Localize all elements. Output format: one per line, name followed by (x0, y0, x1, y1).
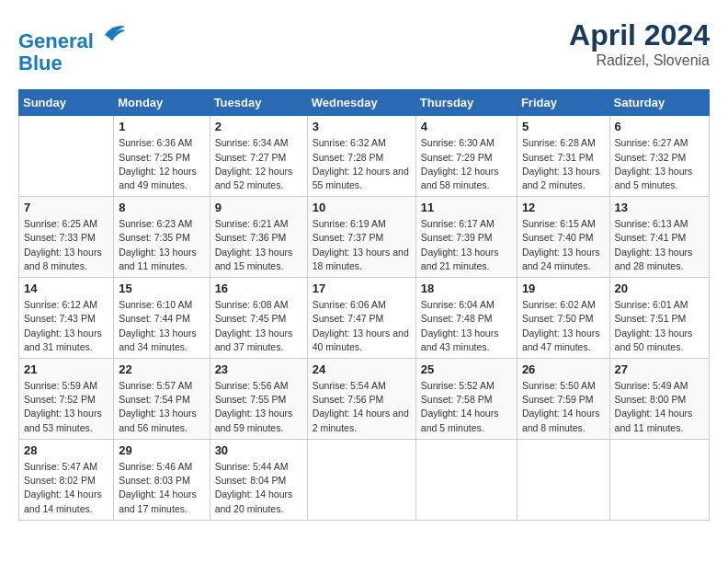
day-info: Sunrise: 6:15 AMSunset: 7:40 PMDaylight:… (522, 217, 605, 273)
calendar-week-row: 21Sunrise: 5:59 AMSunset: 7:52 PMDayligh… (19, 359, 710, 440)
location: Radizel, Slovenia (569, 52, 710, 69)
calendar-cell: 15Sunrise: 6:10 AMSunset: 7:44 PMDayligh… (114, 278, 210, 359)
day-number: 22 (119, 362, 204, 376)
calendar-cell: 16Sunrise: 6:08 AMSunset: 7:45 PMDayligh… (210, 278, 307, 359)
calendar-cell: 27Sunrise: 5:49 AMSunset: 8:00 PMDayligh… (609, 359, 709, 440)
calendar-table: SundayMondayTuesdayWednesdayThursdayFrid… (18, 89, 710, 520)
calendar-header-row: SundayMondayTuesdayWednesdayThursdayFrid… (19, 90, 710, 116)
weekday-header: Sunday (19, 90, 114, 116)
calendar-cell (415, 439, 517, 520)
logo-line1: General (18, 18, 127, 52)
day-info: Sunrise: 6:19 AMSunset: 7:37 PMDaylight:… (313, 217, 411, 273)
month-title: April 2024 (569, 18, 710, 52)
logo: General Blue (18, 18, 127, 75)
day-info: Sunrise: 6:13 AMSunset: 7:41 PMDaylight:… (615, 217, 704, 273)
day-info: Sunrise: 5:47 AMSunset: 8:02 PMDaylight:… (24, 460, 108, 516)
day-info: Sunrise: 5:50 AMSunset: 7:59 PMDaylight:… (522, 379, 605, 435)
day-info: Sunrise: 6:25 AMSunset: 7:33 PMDaylight:… (24, 217, 108, 273)
day-number: 5 (522, 120, 605, 133)
day-info: Sunrise: 6:32 AMSunset: 7:28 PMDaylight:… (313, 136, 411, 192)
day-info: Sunrise: 5:46 AMSunset: 8:03 PMDaylight:… (119, 460, 204, 516)
day-number: 12 (522, 201, 605, 214)
day-number: 4 (421, 120, 512, 133)
calendar-cell: 25Sunrise: 5:52 AMSunset: 7:58 PMDayligh… (415, 359, 517, 440)
day-number: 14 (24, 282, 108, 295)
calendar-cell (307, 439, 415, 520)
day-number: 7 (24, 201, 108, 214)
calendar-cell: 9Sunrise: 6:21 AMSunset: 7:36 PMDaylight… (210, 197, 307, 278)
day-number: 25 (421, 362, 512, 376)
calendar-cell: 20Sunrise: 6:01 AMSunset: 7:51 PMDayligh… (609, 278, 709, 359)
day-number: 24 (313, 362, 411, 376)
day-info: Sunrise: 6:02 AMSunset: 7:50 PMDaylight:… (522, 298, 605, 354)
calendar-cell: 23Sunrise: 5:56 AMSunset: 7:55 PMDayligh… (210, 359, 307, 440)
day-info: Sunrise: 6:30 AMSunset: 7:29 PMDaylight:… (421, 136, 512, 192)
title-block: April 2024 Radizel, Slovenia (569, 18, 710, 69)
page-header: General Blue April 2024 Radizel, Sloveni… (18, 18, 710, 75)
calendar-cell: 1Sunrise: 6:36 AMSunset: 7:25 PMDaylight… (114, 116, 210, 197)
calendar-week-row: 1Sunrise: 6:36 AMSunset: 7:25 PMDaylight… (19, 116, 710, 197)
calendar-cell: 8Sunrise: 6:23 AMSunset: 7:35 PMDaylight… (114, 197, 210, 278)
day-number: 16 (215, 282, 302, 295)
calendar-cell: 18Sunrise: 6:04 AMSunset: 7:48 PMDayligh… (415, 278, 517, 359)
calendar-cell: 22Sunrise: 5:57 AMSunset: 7:54 PMDayligh… (114, 359, 210, 440)
day-number: 23 (215, 362, 302, 376)
calendar-cell: 30Sunrise: 5:44 AMSunset: 8:04 PMDayligh… (210, 439, 307, 520)
day-info: Sunrise: 5:54 AMSunset: 7:56 PMDaylight:… (313, 379, 411, 435)
day-number: 18 (421, 282, 512, 295)
day-info: Sunrise: 6:28 AMSunset: 7:31 PMDaylight:… (522, 136, 605, 192)
day-number: 19 (522, 282, 605, 295)
calendar-cell: 17Sunrise: 6:06 AMSunset: 7:47 PMDayligh… (307, 278, 415, 359)
day-number: 26 (522, 362, 605, 376)
day-number: 29 (119, 443, 204, 457)
calendar-cell: 21Sunrise: 5:59 AMSunset: 7:52 PMDayligh… (19, 359, 114, 440)
calendar-cell: 10Sunrise: 6:19 AMSunset: 7:37 PMDayligh… (307, 197, 415, 278)
calendar-cell: 3Sunrise: 6:32 AMSunset: 7:28 PMDaylight… (307, 116, 415, 197)
day-info: Sunrise: 6:01 AMSunset: 7:51 PMDaylight:… (615, 298, 704, 354)
day-number: 3 (313, 120, 411, 133)
weekday-header: Tuesday (210, 90, 307, 116)
day-info: Sunrise: 5:44 AMSunset: 8:04 PMDaylight:… (215, 460, 302, 516)
calendar-cell (19, 116, 114, 197)
calendar-week-row: 7Sunrise: 6:25 AMSunset: 7:33 PMDaylight… (19, 197, 710, 278)
day-info: Sunrise: 6:12 AMSunset: 7:43 PMDaylight:… (24, 298, 108, 354)
weekday-header: Wednesday (307, 90, 415, 116)
day-number: 2 (215, 120, 302, 133)
weekday-header: Saturday (609, 90, 709, 116)
day-number: 9 (215, 201, 302, 214)
calendar-cell: 5Sunrise: 6:28 AMSunset: 7:31 PMDaylight… (517, 116, 609, 197)
calendar-cell: 24Sunrise: 5:54 AMSunset: 7:56 PMDayligh… (307, 359, 415, 440)
day-info: Sunrise: 6:23 AMSunset: 7:35 PMDaylight:… (119, 217, 204, 273)
logo-line2: Blue (18, 52, 127, 75)
calendar-cell: 11Sunrise: 6:17 AMSunset: 7:39 PMDayligh… (415, 197, 517, 278)
calendar-cell: 29Sunrise: 5:46 AMSunset: 8:03 PMDayligh… (114, 439, 210, 520)
day-info: Sunrise: 6:17 AMSunset: 7:39 PMDaylight:… (421, 217, 512, 273)
day-number: 28 (24, 443, 108, 457)
day-number: 13 (615, 201, 704, 214)
day-number: 21 (24, 362, 108, 376)
day-info: Sunrise: 6:08 AMSunset: 7:45 PMDaylight:… (215, 298, 302, 354)
day-info: Sunrise: 6:36 AMSunset: 7:25 PMDaylight:… (119, 136, 204, 192)
day-info: Sunrise: 5:49 AMSunset: 8:00 PMDaylight:… (615, 379, 704, 435)
day-number: 27 (615, 362, 704, 376)
day-number: 11 (421, 201, 512, 214)
day-number: 30 (215, 443, 302, 457)
calendar-cell (517, 439, 609, 520)
day-info: Sunrise: 6:21 AMSunset: 7:36 PMDaylight:… (215, 217, 302, 273)
day-number: 1 (119, 120, 204, 133)
calendar-cell: 2Sunrise: 6:34 AMSunset: 7:27 PMDaylight… (210, 116, 307, 197)
day-info: Sunrise: 6:06 AMSunset: 7:47 PMDaylight:… (313, 298, 411, 354)
calendar-cell: 13Sunrise: 6:13 AMSunset: 7:41 PMDayligh… (609, 197, 709, 278)
weekday-header: Monday (114, 90, 210, 116)
day-number: 8 (119, 201, 204, 214)
calendar-cell: 26Sunrise: 5:50 AMSunset: 7:59 PMDayligh… (517, 359, 609, 440)
calendar-cell: 6Sunrise: 6:27 AMSunset: 7:32 PMDaylight… (609, 116, 709, 197)
day-info: Sunrise: 6:27 AMSunset: 7:32 PMDaylight:… (615, 136, 704, 192)
day-info: Sunrise: 6:34 AMSunset: 7:27 PMDaylight:… (215, 136, 302, 192)
day-info: Sunrise: 5:56 AMSunset: 7:55 PMDaylight:… (215, 379, 302, 435)
calendar-cell (609, 439, 709, 520)
calendar-week-row: 14Sunrise: 6:12 AMSunset: 7:43 PMDayligh… (19, 278, 710, 359)
day-info: Sunrise: 5:59 AMSunset: 7:52 PMDaylight:… (24, 379, 108, 435)
day-number: 17 (313, 282, 411, 295)
day-info: Sunrise: 5:52 AMSunset: 7:58 PMDaylight:… (421, 379, 512, 435)
